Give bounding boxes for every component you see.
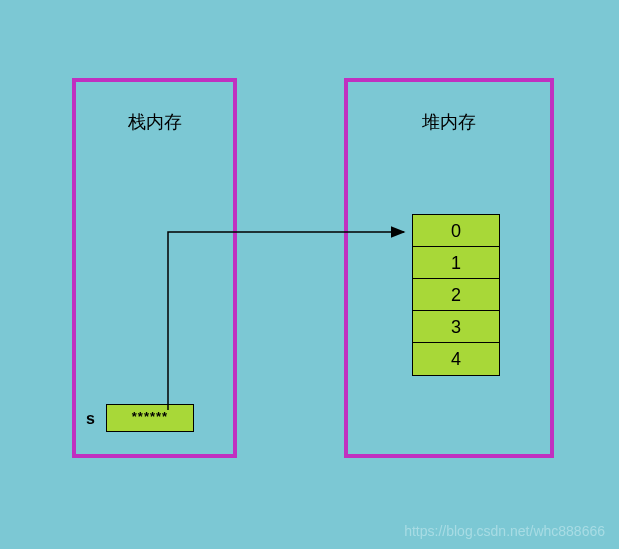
array-cell: 3 [413,311,499,343]
stack-memory-region: 栈内存 s ****** [72,78,237,458]
heap-memory-region: 堆内存 0 1 2 3 4 [344,78,554,458]
watermark-text: https://blog.csdn.net/whc888666 [404,523,605,539]
heap-label: 堆内存 [348,110,550,134]
variable-box: ****** [106,404,194,432]
stack-label: 栈内存 [76,110,233,134]
array-cell: 0 [413,215,499,247]
array-container: 0 1 2 3 4 [412,214,500,376]
array-cell: 2 [413,279,499,311]
variable-name: s [86,410,95,428]
array-cell: 4 [413,343,499,375]
array-cell: 1 [413,247,499,279]
